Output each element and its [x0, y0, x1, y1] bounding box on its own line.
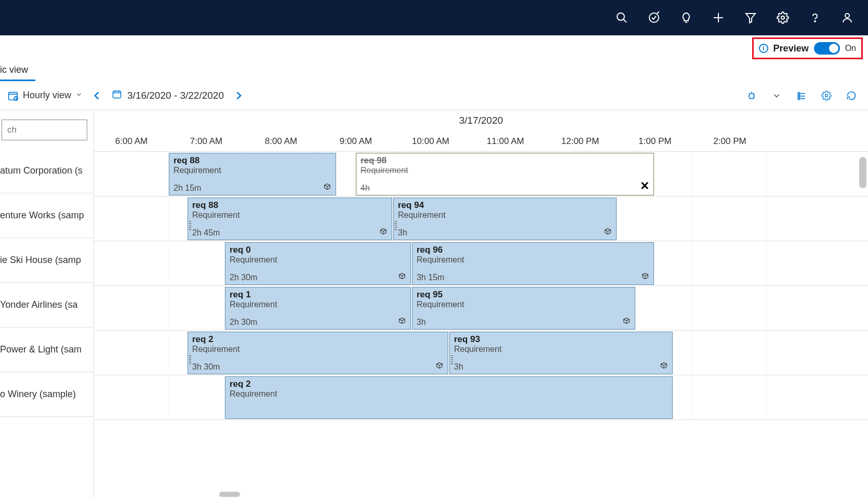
resize-handle[interactable]	[189, 355, 191, 364]
time-column-header: 12:00 PM	[543, 131, 618, 151]
svg-point-8	[814, 21, 816, 22]
lightbulb-icon[interactable]	[680, 11, 692, 24]
tab-public-view[interactable]: ic view	[0, 61, 35, 81]
booking-type: Requirement	[192, 345, 444, 354]
refresh-icon[interactable]	[846, 90, 857, 101]
booking-title: req 2	[192, 334, 444, 345]
svg-line-3	[657, 11, 659, 14]
plus-icon[interactable]	[712, 11, 725, 24]
booking-duration: 2h 30m	[230, 318, 257, 327]
svg-point-0	[617, 13, 624, 20]
calendar-clock-icon	[7, 90, 19, 101]
svg-point-7	[781, 16, 784, 19]
booking-title: req 96	[417, 245, 649, 255]
booking-type: Requirement	[230, 255, 406, 265]
list-icon[interactable]	[796, 90, 807, 101]
svg-marker-6	[746, 14, 755, 23]
booking-title: req 88	[192, 200, 388, 211]
resource-row[interactable]: Power & Light (sam	[0, 327, 94, 372]
resize-handle[interactable]	[451, 355, 453, 364]
booking-status-icon	[660, 361, 668, 372]
booking[interactable]: req 95Requirement3h	[412, 287, 635, 330]
booking[interactable]: req 98Requirement4h✕	[356, 153, 654, 195]
date-range-label: 3/16/2020 - 3/22/2020	[127, 90, 224, 101]
resource-search-input[interactable]	[2, 120, 87, 140]
svg-line-14	[16, 98, 17, 99]
booking-title: req 95	[417, 290, 631, 300]
booking[interactable]: req 0Requirement2h 30m	[225, 242, 411, 285]
view-label: Hourly view	[23, 90, 71, 101]
schedule-row[interactable]: req 88Requirement2h 45mreq 94Requirement…	[94, 196, 868, 241]
resource-row[interactable]: atum Corporation (s	[0, 149, 94, 193]
booking-duration: 3h	[398, 228, 407, 238]
booking-duration: 3h 15m	[417, 273, 444, 282]
resize-handle[interactable]	[395, 221, 397, 230]
booking-duration: 3h	[454, 362, 463, 372]
resource-row[interactable]: o Winery (sample)	[0, 372, 94, 417]
booking[interactable]: req 1Requirement2h 30m	[225, 287, 411, 330]
vertical-scrollbar[interactable]	[859, 157, 866, 188]
preview-label: Preview	[773, 43, 809, 54]
resource-row[interactable]: enture Works (samp	[0, 193, 94, 238]
booking-type: Requirement	[454, 345, 668, 354]
booking-duration: 2h 30m	[230, 273, 257, 282]
booking-title: req 1	[230, 290, 406, 300]
bug-icon[interactable]	[746, 90, 757, 101]
schedule-row[interactable]: req 2Requirement	[94, 375, 868, 420]
booking[interactable]: req 2Requirement3h 30m	[188, 332, 448, 374]
booking-duration: 2h 15m	[173, 184, 201, 193]
booking[interactable]: req 88Requirement2h 15m	[169, 153, 336, 195]
booking-title: req 0	[230, 245, 406, 255]
booking-status-icon	[622, 317, 631, 327]
gear-icon[interactable]	[821, 90, 832, 101]
schedule-date: 3/17/2020	[94, 110, 868, 131]
preview-toggle[interactable]	[814, 42, 840, 55]
date-range-picker[interactable]: 3/16/2020 - 3/22/2020	[112, 89, 224, 102]
booking-type: Requirement	[230, 300, 406, 309]
resource-row[interactable]: Yonder Airlines (sa	[0, 283, 94, 327]
booking-duration: 3h 30m	[192, 362, 220, 372]
time-column-header: 6:00 AM	[94, 131, 169, 151]
profile-icon[interactable]	[841, 11, 853, 24]
info-icon[interactable]: i	[759, 44, 768, 53]
preview-toggle-container: i Preview On	[752, 37, 863, 59]
schedule-area: 3/17/2020 6:00 AM7:00 AM8:00 AM9:00 AM10…	[94, 110, 868, 498]
question-icon[interactable]	[809, 11, 821, 24]
svg-rect-27	[798, 93, 799, 94]
booking-type: Requirement	[417, 300, 631, 309]
filter-icon[interactable]	[744, 11, 757, 24]
gear-icon[interactable]	[777, 11, 789, 24]
schedule-row[interactable]: req 2Requirement3h 30mreq 93Requirement3…	[94, 331, 868, 375]
booking-title: req 93	[454, 334, 668, 345]
schedule-row[interactable]: req 1Requirement2h 30mreq 95Requirement3…	[94, 286, 868, 331]
svg-point-9	[845, 14, 849, 18]
task-icon[interactable]	[648, 11, 660, 24]
booking[interactable]: req 94Requirement3h	[393, 198, 617, 240]
svg-line-1	[623, 19, 626, 22]
schedule-row[interactable]: req 0Requirement2h 30mreq 96Requirement3…	[94, 241, 868, 286]
prev-week-button[interactable]	[92, 90, 102, 101]
schedule-board: atum Corporation (senture Works (sampie …	[0, 110, 868, 498]
booking[interactable]: req 93Requirement3h	[449, 332, 673, 374]
schedule-row[interactable]: req 88Requirement2h 15mreq 98Requirement…	[94, 152, 868, 196]
booking-status-icon	[323, 182, 331, 193]
booking-duration: 4h	[360, 184, 370, 193]
resize-handle[interactable]	[189, 221, 191, 230]
tab-area: ic view	[0, 58, 868, 81]
booking[interactable]: req 88Requirement2h 45m	[188, 198, 392, 240]
booking-type: Requirement	[192, 211, 388, 220]
time-column-header: 9:00 AM	[318, 131, 393, 151]
search-icon[interactable]	[616, 11, 628, 24]
booking-duration: 2h 45m	[192, 228, 220, 238]
chevron-down-icon[interactable]	[771, 90, 782, 101]
time-column-header: 8:00 AM	[244, 131, 318, 151]
booking[interactable]: req 2Requirement	[225, 376, 673, 419]
booking[interactable]: req 96Requirement3h 15m	[412, 242, 654, 285]
close-icon[interactable]: ✕	[640, 179, 649, 193]
view-select[interactable]: Hourly view	[7, 90, 83, 101]
time-column-header: 10:00 AM	[393, 131, 468, 151]
booking-title: req 2	[230, 379, 668, 389]
next-week-button[interactable]	[233, 90, 244, 101]
resource-row[interactable]: ie Ski House (samp	[0, 238, 94, 283]
booking-type: Requirement	[398, 211, 612, 220]
